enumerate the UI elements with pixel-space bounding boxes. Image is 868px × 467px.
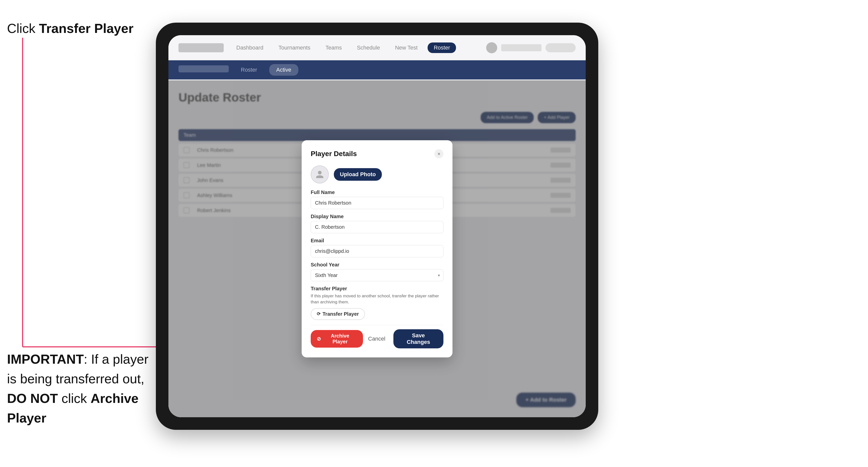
nav-item-newtest[interactable]: New Test (390, 42, 423, 53)
email-input[interactable] (311, 245, 443, 257)
footer-right-actions: Cancel Save Changes (363, 329, 443, 348)
nav-item-roster[interactable]: Roster (428, 42, 456, 53)
modal-close-button[interactable]: × (434, 149, 443, 158)
nav-item-dashboard[interactable]: Dashboard (231, 42, 269, 53)
instruction-bottom: IMPORTANT: If a player is being transfer… (7, 349, 153, 428)
app-logo (179, 43, 224, 52)
modal-footer: ⊘ Archive Player Cancel Save Changes (311, 325, 443, 348)
nav-item-teams[interactable]: Teams (320, 42, 347, 53)
transfer-player-button[interactable]: ⟳ Transfer Player (311, 308, 365, 320)
player-details-modal: Player Details × Upload Photo (302, 140, 453, 357)
transfer-player-label: Transfer Player (311, 286, 443, 291)
display-name-label: Display Name (311, 214, 443, 219)
content-area: Update Roster Add to Active Roster + Add… (168, 81, 586, 417)
school-year-select-wrapper: First Year Second Year Third Year Fourth… (311, 269, 443, 281)
school-year-select[interactable]: First Year Second Year Third Year Fourth… (311, 269, 443, 281)
school-year-group: School Year First Year Second Year Third… (311, 262, 443, 281)
tablet-device: Dashboard Tournaments Teams Schedule New… (156, 23, 598, 430)
header-action-btn[interactable] (546, 43, 576, 52)
instruction-text-2: click (58, 391, 91, 406)
display-name-input[interactable] (311, 221, 443, 233)
upload-photo-button[interactable]: Upload Photo (334, 168, 382, 181)
display-name-group: Display Name (311, 214, 443, 233)
modal-title: Player Details (311, 150, 357, 158)
archive-btn-label: Archive Player (323, 333, 357, 345)
instruction-bold: Transfer Player (39, 21, 133, 36)
person-icon (315, 170, 324, 179)
tab-bar: Roster Active (168, 60, 586, 80)
avatar-placeholder (311, 165, 329, 184)
transfer-btn-label: Transfer Player (322, 311, 359, 317)
school-year-label: School Year (311, 262, 443, 268)
modal-header: Player Details × (311, 149, 443, 158)
full-name-group: Full Name (311, 189, 443, 209)
instruction-prefix: Click (7, 21, 39, 36)
save-changes-button[interactable]: Save Changes (394, 329, 443, 348)
modal-overlay: Player Details × Upload Photo (168, 81, 586, 417)
archive-player-button[interactable]: ⊘ Archive Player (311, 330, 363, 348)
app-header: Dashboard Tournaments Teams Schedule New… (168, 35, 586, 60)
header-user-name (501, 44, 541, 51)
nav-item-tournaments[interactable]: Tournaments (274, 42, 315, 53)
transfer-icon: ⟳ (317, 311, 320, 317)
do-not-label: DO NOT (7, 391, 58, 406)
email-group: Email (311, 238, 443, 257)
app-header-right (486, 42, 576, 53)
transfer-player-section: Transfer Player If this player has moved… (311, 286, 443, 320)
breadcrumb-tab (179, 65, 229, 72)
important-label: IMPORTANT (7, 352, 84, 367)
photo-upload-row: Upload Photo (311, 165, 443, 184)
full-name-label: Full Name (311, 189, 443, 195)
email-label: Email (311, 238, 443, 244)
full-name-input[interactable] (311, 197, 443, 209)
archive-icon: ⊘ (317, 336, 321, 342)
tablet-screen: Dashboard Tournaments Teams Schedule New… (168, 35, 586, 417)
instruction-top: Click Transfer Player (7, 20, 133, 37)
tab-active[interactable]: Active (269, 64, 299, 76)
tab-roster[interactable]: Roster (234, 64, 264, 76)
cancel-button[interactable]: Cancel (363, 333, 390, 345)
transfer-description: If this player has moved to another scho… (311, 293, 443, 305)
nav-item-schedule[interactable]: Schedule (352, 42, 385, 53)
app-nav: Dashboard Tournaments Teams Schedule New… (231, 42, 478, 53)
header-avatar (486, 42, 497, 53)
